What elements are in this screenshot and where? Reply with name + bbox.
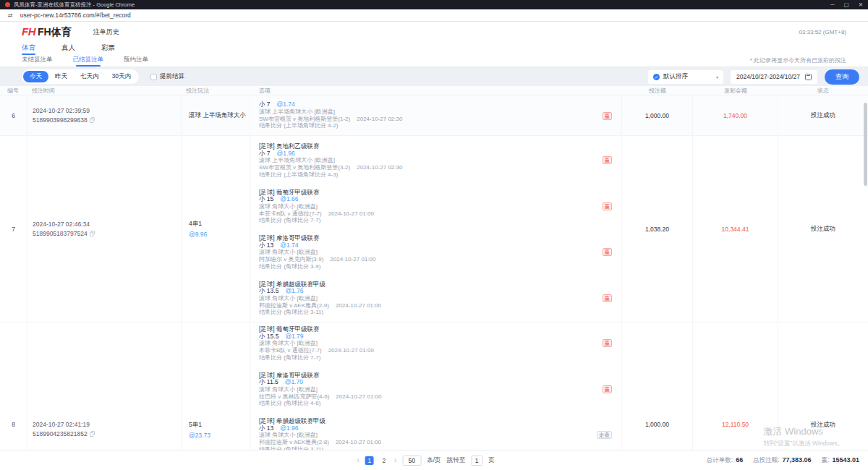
- window-titlebar: 凤凰体育-亚洲在线体育竞猜投注 - Google Chrome ─▢✕: [0, 0, 868, 9]
- bet-payout: 12,110.50: [693, 322, 778, 450]
- sub-tabs: 未结算注单已结算注单预约注单: [22, 54, 148, 67]
- bet-match-teams: 本菲卡B队 v 通德拉(7-7): [259, 210, 322, 217]
- bet-match-line: 本菲卡B队 v 通德拉(7-7)2024-10-27 01:00: [259, 347, 614, 354]
- bet-market: 滚球 上半场角球大小 [欧洲盘]: [259, 108, 614, 116]
- bet-result-badge: 赢: [603, 385, 613, 393]
- minimize-button[interactable]: ─: [830, 1, 834, 8]
- sub-tab-1[interactable]: 已结算注单: [73, 54, 104, 67]
- close-button[interactable]: ✕: [859, 1, 863, 8]
- bet-time-cell: 2024-10-27 02:46:345189905183797524: [27, 136, 182, 322]
- query-button[interactable]: 查询: [825, 69, 859, 85]
- bet-options-cell: [足球] 葡萄牙甲级联赛小 15.5@1.79滚球 角球大小 [欧洲盘]本菲卡B…: [250, 322, 622, 450]
- url-text: user-pc-new.14r53786.com/#/bet_record: [20, 12, 131, 19]
- copy-icon[interactable]: [90, 117, 95, 123]
- bet-match-time: 2024-10-27 01:00: [328, 347, 374, 354]
- page-button-1[interactable]: 1: [365, 456, 374, 465]
- bet-play-type: 滚球 上半场角球大小: [189, 111, 250, 120]
- bet-league: [足球] 葡萄牙甲级联赛: [259, 326, 614, 333]
- range-pill-0[interactable]: 今天: [23, 71, 48, 82]
- range-pill-3[interactable]: 30天内: [106, 71, 137, 82]
- bet-id: 5189904235821852: [33, 430, 88, 437]
- bet-pick: 小 7: [259, 101, 271, 108]
- scrollbar-thumb[interactable]: [864, 103, 867, 186]
- next-page-button[interactable]: ›: [394, 456, 396, 464]
- bet-options-cell: 小 7@1.74滚球 上半场角球大小 [欧洲盘]SW布雷根茨 v 奥地利格斯登堡…: [250, 95, 622, 135]
- bet-play-cell: 5串1@23.73: [182, 322, 250, 450]
- bet-match-teams: 本菲卡B队 v 通德拉(7-7): [259, 347, 322, 354]
- app-header: FH FH体育 注单历史 03:33:52 (GMT+8): [0, 22, 868, 42]
- pagination: ‹ 12 › 条/页 跳转至 页: [357, 456, 495, 466]
- bet-timestamp: 2024-10-27 02:39:59: [33, 107, 181, 114]
- sort-select[interactable]: ✓ 默认排序 ▾: [648, 70, 723, 84]
- bet-play-cell: 滚球 上半场角球大小: [182, 95, 250, 135]
- bet-match-teams: 阿加迪尔 v 奥克内斯(3-9): [259, 256, 323, 262]
- bet-match-teams: 拉巴特 v 奥林匹克萨菲(4-6): [259, 393, 329, 400]
- primary-tab-1[interactable]: 真人: [61, 42, 75, 54]
- bet-odds: @1.79: [285, 333, 303, 341]
- per-page-input[interactable]: [402, 456, 421, 466]
- sub-tab-2[interactable]: 预约注单: [124, 54, 148, 67]
- primary-tab-2[interactable]: 彩票: [101, 42, 115, 54]
- sub-tab-0[interactable]: 未结算注单: [22, 54, 53, 67]
- bet-league: [足球] 葡萄牙甲级联赛: [259, 189, 614, 197]
- page-title: 注单历史: [93, 27, 119, 37]
- bet-entry: [足球] 奥地利乙级联赛小 7@1.96滚球 上半场角球大小 [欧洲盘]SW布雷…: [259, 143, 614, 179]
- bet-play-type: 5串1: [189, 421, 250, 430]
- bet-result-badge: 赢: [603, 202, 613, 210]
- url-bar[interactable]: ⇄ user-pc-new.14r53786.com/#/bet_record: [0, 9, 868, 22]
- bet-match-line: 拉巴特 v 奥林匹克萨菲(4-6)2024-10-27 01:00: [259, 393, 614, 401]
- bet-row-number: 8: [0, 322, 27, 450]
- date-range-picker[interactable]: 2024/10/27-2024/10/27: [731, 70, 817, 84]
- bet-pick-line: 小 15@1.66: [259, 196, 614, 203]
- total-value: 77,383.06: [783, 456, 812, 463]
- bet-play-type: 4串1: [189, 220, 250, 228]
- totals-summary: 总计单数:66总投注额:77,383.06赢:15543.01: [707, 456, 859, 465]
- bet-odds: @1.96: [277, 150, 295, 158]
- total-item-1: 总投注额:77,383.06: [753, 456, 811, 465]
- range-pill-1[interactable]: 昨天: [48, 71, 74, 82]
- bet-pick: 小 13: [259, 242, 273, 249]
- bet-stake: 1,000.00: [622, 95, 693, 135]
- maximize-button[interactable]: ▢: [844, 1, 849, 8]
- bet-entry: [足球] 葡萄牙甲级联赛小 15@1.66滚球 角球大小 [欧洲盘]本菲卡B队 …: [259, 189, 614, 225]
- early-settle-label: 提前结算: [160, 72, 184, 81]
- table-footer: ‹ 12 › 条/页 跳转至 页 总计单数:66总投注额:77,383.06赢:…: [0, 450, 868, 470]
- bet-market: 滚球 角球大小 [欧洲盘]: [259, 295, 614, 302]
- jump-page-input[interactable]: [471, 456, 482, 466]
- bet-odds: @1.74: [280, 242, 298, 249]
- bet-market: 滚球 角球大小 [欧洲盘]: [259, 340, 614, 347]
- early-settle-checkbox-wrap[interactable]: 提前结算: [150, 72, 184, 81]
- copy-icon[interactable]: [90, 231, 95, 236]
- page-button-2[interactable]: 2: [380, 456, 388, 465]
- bet-play-odds: @9.96: [189, 231, 250, 238]
- bet-pick: 小 13.5: [259, 288, 278, 295]
- bet-match-line: 本菲卡B队 v 通德拉(7-7)2024-10-27 01:00: [259, 210, 614, 218]
- bet-match-teams: 邦德拉迪斯 v AEK雅典(2-8): [259, 439, 329, 445]
- total-label: 赢:: [822, 456, 830, 465]
- bet-pick: 小 11.5: [259, 379, 278, 386]
- early-settle-checkbox[interactable]: [150, 74, 157, 80]
- sort-selected-value: 默认排序: [663, 72, 712, 81]
- bet-league: [足球] 摩洛哥甲级联赛: [259, 235, 614, 242]
- page-nav-icon[interactable]: ⇄: [8, 12, 13, 19]
- site-logo[interactable]: FH FH体育: [22, 25, 72, 39]
- bet-match-line: 邦德拉迪斯 v AEK雅典(2-9)2024-10-27 01:00: [259, 302, 614, 309]
- bet-pick-line: 小 13.5@1.76: [259, 288, 614, 295]
- bet-result-badge: 赢: [603, 248, 613, 256]
- range-pill-2[interactable]: 七天内: [74, 71, 106, 82]
- bet-timestamp: 2024-10-27 02:46:34: [33, 221, 181, 228]
- bet-odds: @1.96: [280, 425, 298, 432]
- bet-options-cell: [足球] 奥地利乙级联赛小 7@1.96滚球 上半场角球大小 [欧洲盘]SW布雷…: [250, 136, 622, 322]
- bet-result: 结果比分 (上半场角球比分 4-3): [259, 171, 614, 179]
- bet-entry: [足球] 希腊超级联赛甲级小 13.5@1.76滚球 角球大小 [欧洲盘]邦德拉…: [259, 281, 614, 317]
- server-clock: 03:33:52 (GMT+8): [799, 29, 846, 35]
- bet-result-badge: 赢: [603, 294, 613, 302]
- bet-result-badge: 走盘: [597, 431, 612, 439]
- bet-market: 滚球 角球大小 [欧洲盘]: [259, 249, 614, 256]
- primary-tab-0[interactable]: 体育: [22, 42, 35, 54]
- column-header-0: 编号: [0, 87, 27, 95]
- bet-play-odds: @23.73: [189, 432, 250, 439]
- copy-icon[interactable]: [90, 431, 95, 437]
- prev-page-button[interactable]: ‹: [357, 456, 359, 464]
- bet-match-line: SW布雷根茨 v 奥地利格斯登堡(1-2)2024-10-27 02:30: [259, 116, 614, 123]
